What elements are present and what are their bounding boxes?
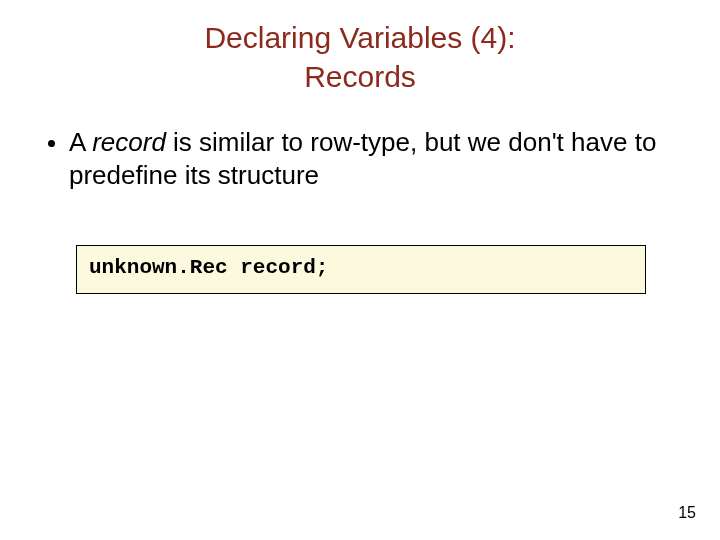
bullet-icon — [48, 140, 55, 147]
bullet-text: A record is similar to row-type, but we … — [69, 126, 680, 191]
title-line-2: Records — [40, 57, 680, 96]
code-box: unknown.Rec record; — [76, 245, 646, 294]
bullet-emph: record — [92, 127, 166, 157]
slide-title: Declaring Variables (4): Records — [40, 18, 680, 96]
slide: Declaring Variables (4): Records A recor… — [0, 0, 720, 540]
code-text: unknown.Rec record; — [89, 256, 328, 279]
title-line-1: Declaring Variables (4): — [40, 18, 680, 57]
bullet-prefix: A — [69, 127, 92, 157]
bullet-item: A record is similar to row-type, but we … — [48, 126, 680, 191]
page-number: 15 — [678, 504, 696, 522]
